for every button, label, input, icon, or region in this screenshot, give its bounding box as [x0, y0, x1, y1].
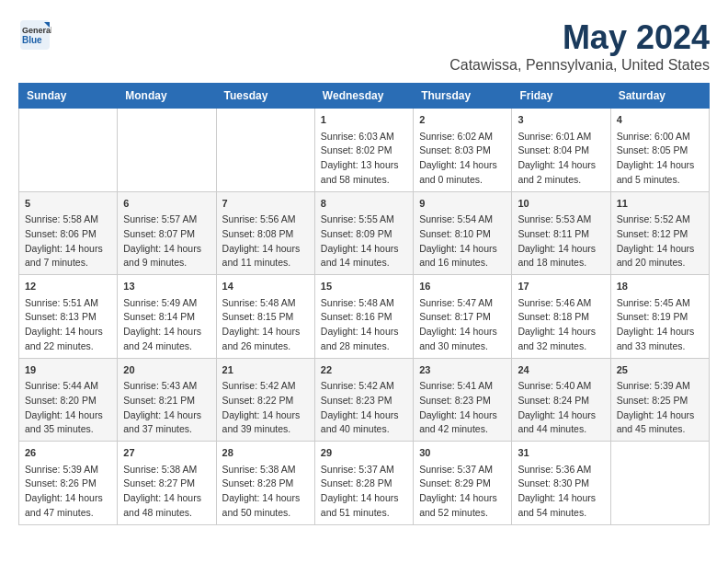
day-number: 26: [25, 445, 111, 461]
day-number: 17: [518, 279, 604, 294]
calendar-day-cell: 21Sunrise: 5:42 AMSunset: 8:22 PMDayligh…: [216, 358, 314, 442]
location: Catawissa, Pennsylvania, United States: [449, 57, 710, 74]
calendar-day-cell: 30Sunrise: 5:37 AMSunset: 8:29 PMDayligh…: [414, 442, 512, 525]
calendar-day-cell: 3Sunrise: 6:01 AMSunset: 8:04 PMDaylight…: [512, 109, 610, 192]
weekday-header: Wednesday: [314, 84, 413, 109]
calendar-day-cell: 4Sunrise: 6:00 AMSunset: 8:05 PMDaylight…: [610, 109, 709, 192]
day-number: 16: [419, 279, 506, 294]
weekday-header: Sunday: [19, 84, 118, 109]
day-info: Sunrise: 5:48 AMSunset: 8:16 PMDaylight:…: [321, 296, 407, 354]
day-info: Sunrise: 5:44 AMSunset: 8:20 PMDaylight:…: [25, 379, 111, 437]
calendar-day-cell: 18Sunrise: 5:45 AMSunset: 8:19 PMDayligh…: [610, 275, 709, 359]
calendar-day-cell: 13Sunrise: 5:49 AMSunset: 8:14 PMDayligh…: [118, 275, 216, 359]
calendar-week-row: 12Sunrise: 5:51 AMSunset: 8:13 PMDayligh…: [19, 275, 710, 359]
day-number: 9: [419, 196, 506, 212]
day-number: 20: [123, 362, 210, 378]
calendar-day-cell: 16Sunrise: 5:47 AMSunset: 8:17 PMDayligh…: [414, 275, 512, 359]
day-number: 25: [617, 362, 703, 378]
day-number: 14: [222, 279, 309, 294]
day-number: 18: [617, 279, 703, 294]
calendar-day-cell: 8Sunrise: 5:55 AMSunset: 8:09 PMDaylight…: [314, 191, 413, 275]
day-number: 29: [321, 445, 407, 461]
day-number: 4: [617, 112, 703, 128]
day-info: Sunrise: 5:48 AMSunset: 8:15 PMDaylight:…: [222, 296, 309, 354]
day-info: Sunrise: 5:46 AMSunset: 8:18 PMDaylight:…: [518, 296, 604, 354]
calendar-day-cell: 19Sunrise: 5:44 AMSunset: 8:20 PMDayligh…: [19, 358, 118, 442]
calendar-week-row: 19Sunrise: 5:44 AMSunset: 8:20 PMDayligh…: [19, 358, 710, 442]
day-number: 19: [25, 362, 111, 378]
calendar-day-cell: 20Sunrise: 5:43 AMSunset: 8:21 PMDayligh…: [118, 358, 216, 442]
calendar-day-cell: 22Sunrise: 5:42 AMSunset: 8:23 PMDayligh…: [314, 358, 413, 442]
calendar-week-row: 26Sunrise: 5:39 AMSunset: 8:26 PMDayligh…: [19, 442, 710, 525]
calendar-day-cell: 27Sunrise: 5:38 AMSunset: 8:27 PMDayligh…: [118, 442, 216, 525]
day-number: 6: [123, 196, 210, 212]
day-info: Sunrise: 5:41 AMSunset: 8:23 PMDaylight:…: [419, 379, 506, 437]
day-number: 23: [419, 362, 506, 378]
calendar-day-cell: 28Sunrise: 5:38 AMSunset: 8:28 PMDayligh…: [216, 442, 314, 525]
day-info: Sunrise: 5:55 AMSunset: 8:09 PMDaylight:…: [321, 213, 407, 270]
calendar-day-cell: [19, 109, 118, 192]
day-number: 10: [518, 196, 604, 212]
day-info: Sunrise: 5:38 AMSunset: 8:28 PMDaylight:…: [222, 463, 309, 521]
day-number: 1: [321, 112, 407, 128]
day-info: Sunrise: 5:49 AMSunset: 8:14 PMDaylight:…: [123, 296, 210, 354]
calendar-day-cell: 26Sunrise: 5:39 AMSunset: 8:26 PMDayligh…: [19, 442, 118, 525]
day-number: 3: [518, 112, 604, 128]
logo: General Blue: [18, 18, 51, 52]
calendar-header-row: SundayMondayTuesdayWednesdayThursdayFrid…: [19, 84, 710, 109]
day-number: 22: [321, 362, 407, 378]
day-info: Sunrise: 5:42 AMSunset: 8:22 PMDaylight:…: [222, 379, 309, 437]
calendar-week-row: 1Sunrise: 6:03 AMSunset: 8:02 PMDaylight…: [19, 109, 710, 192]
calendar-day-cell: 29Sunrise: 5:37 AMSunset: 8:28 PMDayligh…: [314, 442, 413, 525]
calendar-day-cell: 7Sunrise: 5:56 AMSunset: 8:08 PMDaylight…: [216, 191, 314, 275]
weekday-header: Thursday: [414, 84, 512, 109]
day-info: Sunrise: 5:36 AMSunset: 8:30 PMDaylight:…: [518, 463, 604, 521]
day-number: 7: [222, 196, 309, 212]
day-info: Sunrise: 5:54 AMSunset: 8:10 PMDaylight:…: [419, 213, 506, 270]
day-info: Sunrise: 6:01 AMSunset: 8:04 PMDaylight:…: [518, 130, 604, 188]
calendar-day-cell: 11Sunrise: 5:52 AMSunset: 8:12 PMDayligh…: [610, 191, 709, 275]
day-info: Sunrise: 5:45 AMSunset: 8:19 PMDaylight:…: [617, 296, 703, 354]
calendar-day-cell: 10Sunrise: 5:53 AMSunset: 8:11 PMDayligh…: [512, 191, 610, 275]
day-info: Sunrise: 6:03 AMSunset: 8:02 PMDaylight:…: [321, 130, 407, 188]
calendar-day-cell: 25Sunrise: 5:39 AMSunset: 8:25 PMDayligh…: [610, 358, 709, 442]
day-number: 8: [321, 196, 407, 212]
day-number: 2: [419, 112, 506, 128]
day-info: Sunrise: 6:02 AMSunset: 8:03 PMDaylight:…: [419, 130, 506, 188]
day-number: 11: [617, 196, 703, 212]
calendar-body: 1Sunrise: 6:03 AMSunset: 8:02 PMDaylight…: [19, 109, 710, 525]
day-number: 15: [321, 279, 407, 294]
month-title: May 2024: [449, 18, 710, 57]
page-header: General Blue May 2024 Catawissa, Pennsyl…: [18, 18, 710, 74]
weekday-header: Tuesday: [216, 84, 314, 109]
day-number: 21: [222, 362, 309, 378]
day-info: Sunrise: 5:37 AMSunset: 8:28 PMDaylight:…: [321, 463, 407, 521]
day-number: 27: [123, 445, 210, 461]
day-info: Sunrise: 5:39 AMSunset: 8:25 PMDaylight:…: [617, 379, 703, 437]
logo-icon: General Blue: [18, 18, 51, 52]
day-info: Sunrise: 5:52 AMSunset: 8:12 PMDaylight:…: [617, 213, 703, 270]
calendar-day-cell: [118, 109, 216, 192]
calendar-day-cell: 2Sunrise: 6:02 AMSunset: 8:03 PMDaylight…: [414, 109, 512, 192]
svg-text:Blue: Blue: [22, 35, 42, 45]
day-number: 24: [518, 362, 604, 378]
day-number: 5: [25, 196, 111, 212]
calendar-day-cell: 9Sunrise: 5:54 AMSunset: 8:10 PMDaylight…: [414, 191, 512, 275]
day-info: Sunrise: 6:00 AMSunset: 8:05 PMDaylight:…: [617, 130, 703, 188]
calendar-day-cell: [216, 109, 314, 192]
day-number: 13: [123, 279, 210, 294]
calendar-day-cell: 17Sunrise: 5:46 AMSunset: 8:18 PMDayligh…: [512, 275, 610, 359]
day-number: 31: [518, 445, 604, 461]
calendar-day-cell: 12Sunrise: 5:51 AMSunset: 8:13 PMDayligh…: [19, 275, 118, 359]
calendar-week-row: 5Sunrise: 5:58 AMSunset: 8:06 PMDaylight…: [19, 191, 710, 275]
calendar-day-cell: 24Sunrise: 5:40 AMSunset: 8:24 PMDayligh…: [512, 358, 610, 442]
day-info: Sunrise: 5:42 AMSunset: 8:23 PMDaylight:…: [321, 379, 407, 437]
calendar-day-cell: 5Sunrise: 5:58 AMSunset: 8:06 PMDaylight…: [19, 191, 118, 275]
calendar-day-cell: 23Sunrise: 5:41 AMSunset: 8:23 PMDayligh…: [414, 358, 512, 442]
calendar-table: SundayMondayTuesdayWednesdayThursdayFrid…: [18, 83, 710, 525]
day-info: Sunrise: 5:47 AMSunset: 8:17 PMDaylight:…: [419, 296, 506, 354]
weekday-header: Saturday: [610, 84, 709, 109]
day-info: Sunrise: 5:37 AMSunset: 8:29 PMDaylight:…: [419, 463, 506, 521]
day-info: Sunrise: 5:53 AMSunset: 8:11 PMDaylight:…: [518, 213, 604, 270]
calendar-day-cell: 14Sunrise: 5:48 AMSunset: 8:15 PMDayligh…: [216, 275, 314, 359]
